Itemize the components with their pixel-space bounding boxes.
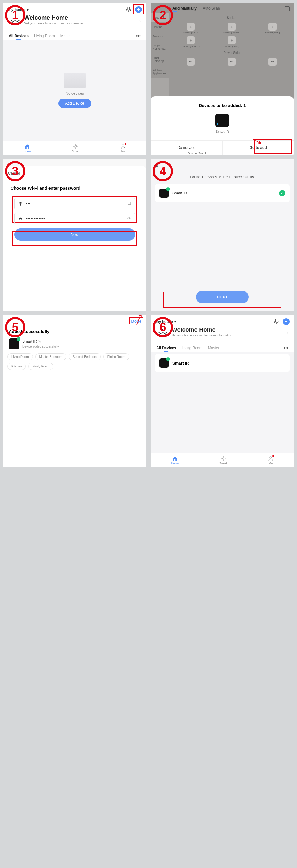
device-card[interactable]: Smart IR [155, 354, 290, 372]
svg-line-12 [77, 148, 78, 148]
highlight-done [129, 317, 143, 324]
no-devices-label: No devices [65, 91, 84, 96]
empty-box-icon [64, 73, 86, 88]
strip-icon: ⋯ [227, 58, 236, 66]
cat-kitchen[interactable]: Kitchen Appliances [151, 66, 169, 78]
plug-icon: ⏚ [227, 23, 236, 31]
step-badge-4: 4 [153, 161, 173, 181]
password-value: •••••••••••• [26, 216, 124, 221]
tab-master[interactable]: Master [208, 346, 219, 350]
room-chip[interactable]: Study Room [28, 363, 53, 370]
smart-icon [73, 144, 78, 149]
svg-point-6 [75, 146, 77, 147]
mic-icon[interactable] [125, 6, 132, 13]
item-socket-nbiot[interactable]: ⏚Socket (NB-IoT) [171, 36, 210, 48]
device-name: Smart IR [172, 191, 187, 195]
screen-6: 6 my house ▾ + Welcome Home Set your hom… [151, 315, 294, 467]
item-strip-2[interactable]: ⋯ [212, 58, 251, 67]
nav-home-label: Home [171, 462, 179, 465]
chevron-right-icon[interactable]: › [139, 19, 141, 24]
screen-4: 4 ✕ Found 1 devices. Added 1 successfull… [151, 159, 294, 311]
nav-home[interactable]: Home [171, 456, 179, 465]
nav-smart[interactable]: Smart [72, 144, 79, 153]
edit-icon[interactable]: ✎ [38, 340, 41, 343]
wifi-title: Choose Wi-Fi and enter password [3, 180, 146, 198]
me-icon [268, 456, 273, 461]
item-label: Socket (Wi-Fi) [171, 32, 210, 34]
dimmer-label: Dimmer Switch [188, 152, 207, 155]
device-added-sub: Device added successfully [22, 345, 59, 348]
item-socket-wifi[interactable]: ⏚Socket (Wi-Fi) [171, 23, 210, 34]
nav-smart-label: Smart [72, 150, 79, 153]
lock-icon [18, 216, 23, 221]
nav-smart[interactable]: Smart [219, 456, 227, 465]
room-chip[interactable]: Dining Room [103, 353, 129, 360]
screen-1: 1 my house ▾ + Welcome Home Set your hom… [3, 3, 146, 155]
highlight-next-4 [163, 291, 281, 308]
tab-add-manually[interactable]: Add Manually [172, 6, 196, 11]
smart-icon [220, 456, 226, 461]
item-label: Socket (other) [212, 45, 251, 48]
section-power-strip: Power Strip [171, 50, 292, 56]
wifi-ssid-field[interactable]: ▪▪▪ ⇄ [14, 198, 135, 209]
tab-all-devices[interactable]: All Devices [156, 346, 176, 350]
item-strip-3[interactable]: ⋯ [253, 58, 292, 67]
cat-sensors[interactable]: Sensors [151, 32, 169, 41]
eye-icon[interactable]: 👁 [128, 216, 131, 221]
screen-5: 5 Done Added successfully Smart IR✎ Devi… [3, 315, 146, 467]
screen-3: 3 Cancel Choose Wi-Fi and enter password… [3, 159, 146, 311]
more-tabs-icon[interactable]: ••• [284, 345, 288, 350]
bottom-nav: Home Smart Me [3, 141, 146, 155]
item-socket-ble[interactable]: ⏚Socket (BLE) [253, 23, 292, 34]
welcome-subtitle: Set your home location for more informat… [172, 334, 232, 337]
more-tabs-icon[interactable]: ••• [136, 33, 141, 38]
device-tabs: All Devices Living Room Master ••• [151, 343, 294, 352]
tab-master[interactable]: Master [60, 34, 72, 38]
nav-me[interactable]: Me [268, 456, 273, 465]
cat-large-home[interactable]: Large Home Ap... [151, 41, 169, 53]
cat-small-home[interactable]: Small Home Ap... [151, 53, 169, 66]
nav-me[interactable]: Me [120, 144, 126, 153]
step-badge-5: 5 [5, 317, 25, 337]
tab-all-devices[interactable]: All Devices [9, 34, 29, 38]
nav-me-label: Me [269, 462, 273, 465]
svg-point-24 [222, 458, 224, 459]
plug-icon: ⏚ [187, 36, 195, 44]
swap-network-icon[interactable]: ⇄ [128, 202, 131, 206]
wifi-password-field[interactable]: •••••••••••• 👁 [14, 213, 135, 224]
do-not-add-button[interactable]: Do not add [151, 141, 222, 155]
item-label: Socket (BLE) [253, 32, 292, 34]
item-label: Socket (NB-IoT) [171, 45, 210, 48]
add-device-button[interactable]: Add Device [58, 99, 91, 108]
svg-point-16 [20, 205, 21, 205]
room-chip[interactable]: Kitchen [7, 363, 26, 370]
tab-living-room[interactable]: Living Room [34, 34, 55, 38]
success-check-icon: ✓ [279, 190, 285, 196]
plug-icon: ⏚ [268, 23, 276, 31]
nav-home[interactable]: Home [24, 144, 31, 153]
step-badge-6: 6 [153, 317, 173, 337]
room-chip[interactable]: Second Bedroom [69, 353, 101, 360]
step-badge-2: 2 [153, 5, 173, 25]
chevron-right-icon[interactable]: › [287, 331, 288, 336]
svg-rect-17 [19, 218, 22, 220]
tab-living-room[interactable]: Living Room [182, 346, 202, 350]
tab-auto-scan[interactable]: Auto Scan [203, 6, 220, 11]
scan-icon[interactable] [285, 6, 290, 11]
highlight-plus [133, 4, 144, 14]
mic-icon[interactable] [273, 318, 280, 325]
add-device-plus-button[interactable]: + [283, 318, 290, 325]
device-icon [215, 114, 229, 127]
item-strip-1[interactable]: ⋯ [171, 58, 210, 67]
room-chip[interactable]: Living Room [7, 353, 33, 360]
nav-me-label: Me [121, 150, 125, 153]
device-icon [9, 338, 19, 349]
step-badge-3: 3 [5, 161, 25, 181]
strip-icon: ⋯ [268, 58, 276, 66]
room-chip[interactable]: Master Bedroom [35, 353, 66, 360]
device-icon [159, 188, 169, 198]
device-result-card[interactable]: Smart IR ✓ [155, 184, 290, 202]
item-socket-other[interactable]: ⏚Socket (other) [212, 36, 251, 48]
step-badge-1: 1 [5, 5, 25, 25]
item-socket-zigbee[interactable]: ⏚Socket (Zigbee) [212, 23, 251, 34]
